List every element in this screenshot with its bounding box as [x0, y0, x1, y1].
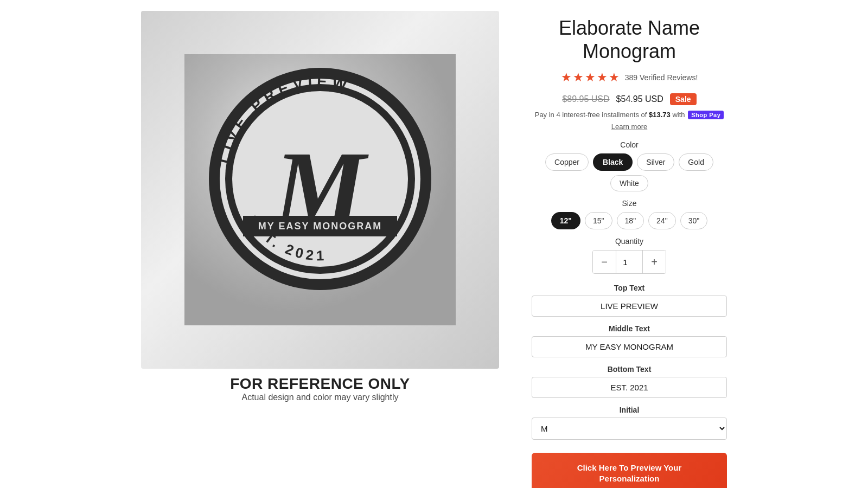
color-label: Color	[532, 140, 727, 149]
top-text-section: Top Text	[532, 284, 727, 317]
color-black[interactable]: Black	[593, 153, 633, 171]
image-caption: FOR REFERENCE ONLY Actual design and col…	[141, 375, 499, 402]
monogram-svg: LIVE PREVIEW EST. 2021 MY EASY MONOGRAM …	[184, 54, 456, 325]
reviews-count: 389 Verified Reviews!	[625, 73, 698, 82]
quantity-input[interactable]	[616, 251, 643, 273]
size-15[interactable]: 15"	[585, 212, 612, 229]
sale-price: $54.95 USD	[616, 94, 663, 104]
caption-sub: Actual design and color may vary slightl…	[141, 393, 499, 402]
original-price: $89.95 USD	[562, 94, 609, 104]
sale-badge: Sale	[670, 93, 697, 105]
bottom-text-input[interactable]	[532, 377, 727, 398]
learn-more-link[interactable]: Learn more	[532, 123, 727, 131]
star-icons: ★★★★★	[561, 70, 621, 85]
size-24[interactable]: 24"	[648, 212, 676, 229]
size-18[interactable]: 18"	[617, 212, 644, 229]
quantity-increment[interactable]: +	[643, 251, 666, 273]
price-row: $89.95 USD $54.95 USD Sale	[532, 93, 727, 105]
top-text-label: Top Text	[532, 284, 727, 292]
color-section: Color Copper Black Silver Gold White	[532, 140, 727, 191]
initial-label: Initial	[532, 406, 727, 414]
quantity-decrement[interactable]: −	[593, 251, 616, 273]
quantity-box: − +	[592, 250, 666, 274]
size-label: Size	[532, 199, 727, 208]
installment-text: Pay in 4 interest-free installments of	[535, 111, 647, 119]
preview-button[interactable]: Click Here To Preview Your Personalizati…	[532, 453, 727, 488]
installment-row: Pay in 4 interest-free installments of $…	[532, 111, 727, 119]
installment-with: with	[672, 111, 685, 119]
color-copper[interactable]: Copper	[545, 153, 589, 171]
product-section: Elaborate Name Monogram ★★★★★ 389 Verifi…	[532, 11, 727, 488]
installment-amount: $13.73	[649, 111, 671, 119]
top-text-input[interactable]	[532, 296, 727, 317]
bottom-text-section: Bottom Text	[532, 365, 727, 398]
reviews-row: ★★★★★ 389 Verified Reviews!	[532, 70, 727, 85]
caption-main: FOR REFERENCE ONLY	[141, 375, 499, 393]
size-options: 12" 15" 18" 24" 30"	[532, 212, 727, 229]
product-image: LIVE PREVIEW EST. 2021 MY EASY MONOGRAM …	[141, 11, 499, 369]
initial-select[interactable]: ABCDEFGHIJKLMNOPQRSTUVWXYZ	[532, 418, 727, 440]
color-options: Copper Black Silver Gold White	[532, 153, 727, 191]
color-gold[interactable]: Gold	[679, 153, 713, 171]
size-30[interactable]: 30"	[680, 212, 708, 229]
product-title: Elaborate Name Monogram	[532, 16, 727, 63]
initial-section: Initial ABCDEFGHIJKLMNOPQRSTUVWXYZ	[532, 406, 727, 440]
page-wrapper: LIVE PREVIEW EST. 2021 MY EASY MONOGRAM …	[0, 0, 868, 488]
size-section: Size 12" 15" 18" 24" 30"	[532, 199, 727, 229]
middle-text-section: Middle Text	[532, 324, 727, 357]
shop-pay-badge: Shop Pay	[688, 111, 724, 119]
image-section: LIVE PREVIEW EST. 2021 MY EASY MONOGRAM …	[141, 11, 499, 402]
svg-text:M: M	[273, 131, 369, 245]
quantity-section: Quantity − +	[532, 237, 727, 274]
quantity-control: − +	[532, 250, 727, 274]
middle-text-input[interactable]	[532, 336, 727, 357]
bottom-text-label: Bottom Text	[532, 365, 727, 374]
middle-text-label: Middle Text	[532, 324, 727, 333]
color-white[interactable]: White	[610, 175, 648, 191]
size-12[interactable]: 12"	[551, 212, 580, 229]
preview-btn-line2: Personalization	[599, 474, 660, 483]
quantity-label: Quantity	[532, 237, 727, 246]
color-silver[interactable]: Silver	[637, 153, 674, 171]
preview-btn-line1: Click Here To Preview Your	[577, 463, 682, 472]
